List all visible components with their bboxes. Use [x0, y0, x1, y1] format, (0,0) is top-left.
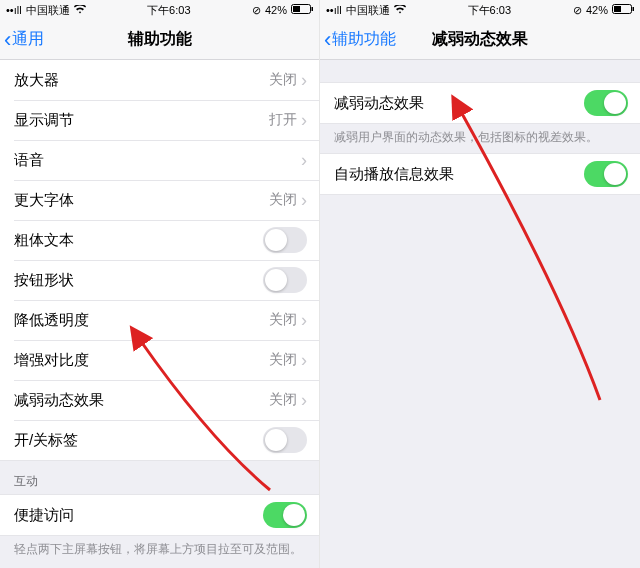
left-phone: ••ıll 中国联通 下午6:03 ⊘ 42% ‹ 通用 辅助功能	[0, 0, 320, 568]
nav-bar: ‹ 通用 辅助功能	[0, 20, 319, 60]
row-label: 减弱动态效果	[334, 94, 584, 113]
wifi-icon	[74, 4, 86, 16]
row-value: 关闭	[269, 191, 297, 209]
right-phone: ••ıll 中国联通 下午6:03 ⊘ 42% ‹ 辅助功能 减弱动态效果	[320, 0, 640, 568]
row-label: 减弱动态效果	[14, 391, 269, 410]
row-on-off-labels[interactable]: 开/关标签	[0, 420, 319, 460]
row-value: 关闭	[269, 311, 297, 329]
toggle-button-shapes[interactable]	[263, 267, 307, 293]
chevron-right-icon: ›	[301, 351, 307, 369]
status-time: 下午6:03	[468, 3, 511, 18]
page-title: 辅助功能	[0, 29, 319, 50]
chevron-right-icon: ›	[301, 151, 307, 169]
battery-pct: 42%	[265, 4, 287, 16]
rotation-lock-icon: ⊘	[252, 4, 261, 17]
row-label: 按钮形状	[14, 271, 263, 290]
row-value: 关闭	[269, 351, 297, 369]
row-magnifier[interactable]: 放大器 关闭 ›	[0, 60, 319, 100]
status-bar: ••ıll 中国联通 下午6:03 ⊘ 42%	[320, 0, 640, 20]
easy-access-note: 轻点两下主屏幕按钮，将屏幕上方项目拉至可及范围。	[0, 536, 319, 565]
signal-icon: ••ıll	[326, 4, 342, 16]
row-autoplay-effects[interactable]: 自动播放信息效果	[320, 154, 640, 194]
chevron-right-icon: ›	[301, 391, 307, 409]
reduce-motion-note: 减弱用户界面的动态效果，包括图标的视差效果。	[320, 124, 640, 153]
nav-bar: ‹ 辅助功能 减弱动态效果	[320, 20, 640, 60]
toggle-autoplay-effects[interactable]	[584, 161, 628, 187]
svg-rect-1	[293, 6, 300, 12]
row-label: 降低透明度	[14, 311, 269, 330]
row-value: 关闭	[269, 391, 297, 409]
svg-rect-2	[311, 7, 313, 11]
toggle-on-off-labels[interactable]	[263, 427, 307, 453]
chevron-left-icon: ‹	[324, 29, 331, 51]
back-label: 辅助功能	[332, 29, 396, 50]
battery-pct: 42%	[586, 4, 608, 16]
back-label: 通用	[12, 29, 44, 50]
back-button[interactable]: ‹ 辅助功能	[320, 29, 396, 51]
row-reduce-transparency[interactable]: 降低透明度 关闭 ›	[0, 300, 319, 340]
battery-icon	[291, 4, 313, 16]
row-value: 打开	[269, 111, 297, 129]
carrier-label: 中国联通	[346, 3, 390, 18]
row-reduce-motion[interactable]: 减弱动态效果 关闭 ›	[0, 380, 319, 420]
svg-rect-4	[614, 6, 621, 12]
wifi-icon	[394, 4, 406, 16]
row-label: 增强对比度	[14, 351, 269, 370]
row-display[interactable]: 显示调节 打开 ›	[0, 100, 319, 140]
toggle-reduce-motion[interactable]	[584, 90, 628, 116]
chevron-right-icon: ›	[301, 311, 307, 329]
status-bar: ••ıll 中国联通 下午6:03 ⊘ 42%	[0, 0, 319, 20]
row-larger-text[interactable]: 更大字体 关闭 ›	[0, 180, 319, 220]
signal-icon: ••ıll	[6, 4, 22, 16]
row-increase-contrast[interactable]: 增强对比度 关闭 ›	[0, 340, 319, 380]
row-button-shapes[interactable]: 按钮形状	[0, 260, 319, 300]
battery-icon	[612, 4, 634, 16]
chevron-right-icon: ›	[301, 71, 307, 89]
back-button[interactable]: ‹ 通用	[0, 29, 44, 51]
row-label: 开/关标签	[14, 431, 263, 450]
rotation-lock-icon: ⊘	[573, 4, 582, 17]
svg-rect-5	[632, 7, 634, 11]
row-speech[interactable]: 语音 ›	[0, 140, 319, 180]
row-label: 便捷访问	[14, 506, 263, 525]
row-easy-access[interactable]: 便捷访问	[0, 495, 319, 535]
chevron-left-icon: ‹	[4, 29, 11, 51]
chevron-right-icon: ›	[301, 111, 307, 129]
status-time: 下午6:03	[147, 3, 190, 18]
row-label: 放大器	[14, 71, 269, 90]
row-label: 粗体文本	[14, 231, 263, 250]
row-label: 语音	[14, 151, 301, 170]
toggle-easy-access[interactable]	[263, 502, 307, 528]
row-label: 更大字体	[14, 191, 269, 210]
chevron-right-icon: ›	[301, 191, 307, 209]
toggle-bold-text[interactable]	[263, 227, 307, 253]
row-bold-text[interactable]: 粗体文本	[0, 220, 319, 260]
row-label: 显示调节	[14, 111, 269, 130]
row-value: 关闭	[269, 71, 297, 89]
carrier-label: 中国联通	[26, 3, 70, 18]
section-header-interaction: 互动	[0, 461, 319, 494]
row-label: 自动播放信息效果	[334, 165, 584, 184]
row-reduce-motion[interactable]: 减弱动态效果	[320, 83, 640, 123]
